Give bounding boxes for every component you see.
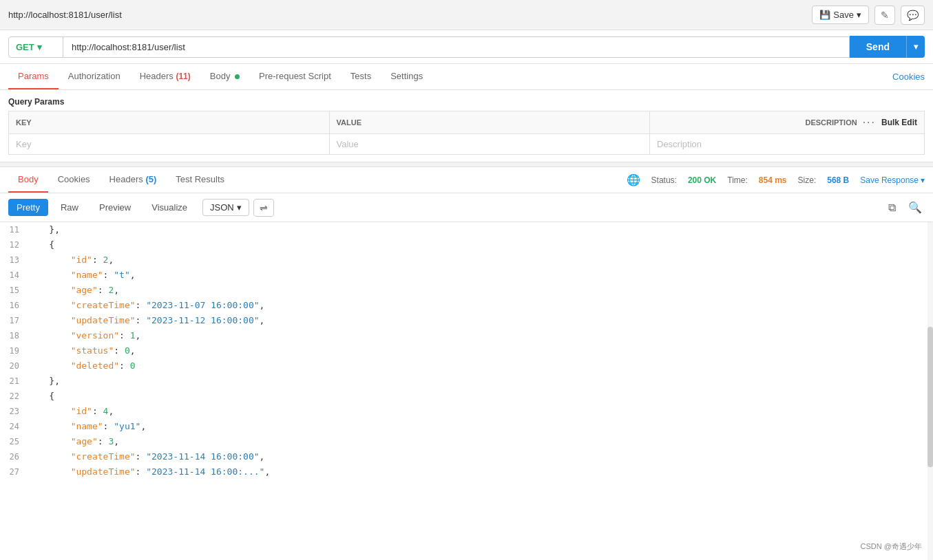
method-chevron-icon: ▾ xyxy=(37,42,42,52)
tab-settings[interactable]: Settings xyxy=(381,64,432,89)
code-line: 23 "id": 4, xyxy=(0,404,933,419)
tab-authorization[interactable]: Authorization xyxy=(59,64,130,89)
method-value: GET xyxy=(16,42,34,52)
code-line: 18 "version": 1, xyxy=(0,328,933,343)
request-tabs: Params Authorization Headers (11) Body P… xyxy=(0,64,933,90)
code-line: 13 "id": 2, xyxy=(0,252,933,268)
line-content: "name": "yu1", xyxy=(28,419,933,434)
line-content: "deleted": 0 xyxy=(28,358,933,374)
code-line: 16 "createTime": "2023-11-07 16:00:00", xyxy=(0,298,933,313)
tab-body[interactable]: Body xyxy=(200,64,249,89)
code-line: 15 "age": 2, xyxy=(0,283,933,298)
code-line: 22 { xyxy=(0,389,933,404)
tab-params[interactable]: Params xyxy=(8,64,59,89)
save-disk-icon: 💾 xyxy=(819,10,830,20)
line-number: 23 xyxy=(0,404,28,419)
preview-button[interactable]: Preview xyxy=(91,199,139,216)
cookies-link[interactable]: Cookies xyxy=(892,65,925,89)
pretty-button[interactable]: Pretty xyxy=(8,199,48,216)
tab-headers[interactable]: Headers (11) xyxy=(130,64,200,89)
code-line: 21 }, xyxy=(0,374,933,389)
url-input[interactable] xyxy=(63,36,850,58)
time-value: 854 ms xyxy=(759,175,787,185)
line-content: "age": 2, xyxy=(28,283,933,298)
save-label: Save xyxy=(833,10,854,20)
status-value: 200 OK xyxy=(688,175,716,185)
res-tab-cookies[interactable]: Cookies xyxy=(48,167,100,193)
line-number: 25 xyxy=(0,434,28,449)
response-tabs-bar: Body Cookies Headers (5) Test Results 🌐 … xyxy=(0,167,933,193)
line-number: 12 xyxy=(0,237,28,252)
key-cell[interactable]: Key xyxy=(9,134,330,155)
tab-tests[interactable]: Tests xyxy=(341,64,381,89)
section-divider xyxy=(0,162,933,167)
line-number: 19 xyxy=(0,343,28,358)
code-line: 26 "createTime": "2023-11-14 16:00:00", xyxy=(0,449,933,464)
res-tab-test-results[interactable]: Test Results xyxy=(166,167,234,193)
globe-icon: 🌐 xyxy=(627,173,640,186)
edit-icon-button[interactable]: ✎ xyxy=(874,6,895,25)
format-label: JSON xyxy=(210,202,234,213)
body-dot-icon xyxy=(235,74,240,79)
line-number: 14 xyxy=(0,268,28,283)
line-number: 18 xyxy=(0,328,28,343)
response-status-bar: 🌐 Status: 200 OK Time: 854 ms Size: 568 … xyxy=(627,173,925,186)
col-value: VALUE xyxy=(329,111,650,134)
code-line: 25 "age": 3, xyxy=(0,434,933,449)
line-content: "createTime": "2023-11-07 16:00:00", xyxy=(28,298,933,313)
code-line: 27 "updateTime": "2023-11-14 16:00:...", xyxy=(0,464,933,480)
col-desc: DESCRIPTION ··· Bulk Edit xyxy=(650,111,925,134)
method-select[interactable]: GET ▾ xyxy=(8,36,63,58)
headers-res-badge: (5) xyxy=(145,174,156,184)
code-line: 14 "name": "t", xyxy=(0,268,933,283)
url-bar: GET ▾ Send ▾ xyxy=(0,30,933,64)
line-number: 16 xyxy=(0,298,28,313)
line-content: "id": 4, xyxy=(28,404,933,419)
line-number: 27 xyxy=(0,464,28,480)
line-content: "version": 1, xyxy=(28,328,933,343)
desc-cell[interactable]: Description xyxy=(650,134,925,155)
code-line: 24 "name": "yu1", xyxy=(0,419,933,434)
code-line: 12 { xyxy=(0,237,933,252)
view-format-bar: Pretty Raw Preview Visualize JSON ▾ ⇌ ⧉ … xyxy=(0,193,933,222)
save-response-button[interactable]: Save Response ▾ xyxy=(860,175,925,185)
copy-icon-button[interactable]: ⧉ xyxy=(885,199,899,217)
visualize-button[interactable]: Visualize xyxy=(143,199,196,216)
send-dropdown-icon: ▾ xyxy=(907,36,925,57)
top-bar-actions: 💾 Save ▾ ✎ 💬 xyxy=(812,6,925,25)
send-label: Send xyxy=(850,36,907,58)
col-key: KEY xyxy=(9,111,330,134)
params-table: KEY VALUE DESCRIPTION ··· Bulk Edit Key … xyxy=(8,111,925,155)
line-content: }, xyxy=(28,222,933,237)
line-number: 21 xyxy=(0,374,28,389)
res-tab-body[interactable]: Body xyxy=(8,167,48,193)
line-number: 11 xyxy=(0,222,28,237)
line-content: { xyxy=(28,237,933,252)
format-select[interactable]: JSON ▾ xyxy=(202,199,249,216)
save-dropdown-icon: ▾ xyxy=(857,10,861,20)
code-line: 19 "status": 0, xyxy=(0,343,933,358)
response-body-code[interactable]: 11 },12 {13 "id": 2,14 "name": "t",15 "a… xyxy=(0,222,933,560)
size-label: Size: xyxy=(798,175,817,185)
line-content: }, xyxy=(28,374,933,389)
line-number: 20 xyxy=(0,358,28,374)
value-cell[interactable]: Value xyxy=(329,134,650,155)
comment-icon-button[interactable]: 💬 xyxy=(901,6,925,25)
more-options-button[interactable]: ··· xyxy=(863,116,876,129)
table-row: Key Value Description xyxy=(9,134,925,155)
send-button[interactable]: Send ▾ xyxy=(850,36,925,58)
format-icon-button[interactable]: ⇌ xyxy=(253,199,274,217)
line-content: { xyxy=(28,389,933,404)
bulk-edit-button[interactable]: Bulk Edit xyxy=(881,118,917,127)
status-label: Status: xyxy=(651,175,677,185)
code-line: 11 }, xyxy=(0,222,933,237)
save-button[interactable]: 💾 Save ▾ xyxy=(812,6,869,24)
raw-button[interactable]: Raw xyxy=(52,199,87,216)
res-tab-headers[interactable]: Headers (5) xyxy=(100,167,167,193)
size-value: 568 B xyxy=(827,175,849,185)
tab-pre-request[interactable]: Pre-request Script xyxy=(249,64,341,89)
top-bar-url: http://localhost:8181/user/list xyxy=(8,10,122,20)
line-content: "name": "t", xyxy=(28,268,933,283)
headers-badge: (11) xyxy=(176,72,190,81)
search-icon-button[interactable]: 🔍 xyxy=(905,198,925,217)
